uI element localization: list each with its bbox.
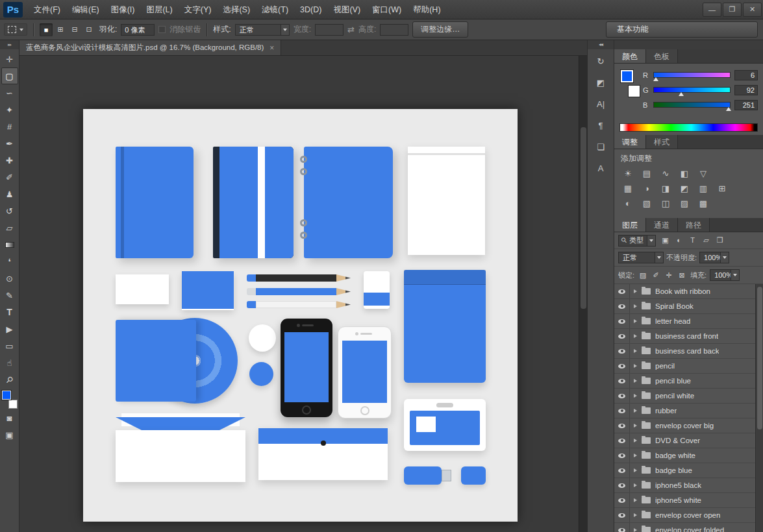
layer-row[interactable]: envelop cover folded bbox=[614, 523, 763, 532]
close-button[interactable]: ✕ bbox=[743, 3, 762, 17]
paragraph-panel-icon[interactable]: ¶ bbox=[592, 117, 610, 133]
lock-all-icon[interactable]: ⊠ bbox=[677, 270, 687, 280]
slider-track[interactable] bbox=[653, 87, 731, 93]
visibility-toggle[interactable] bbox=[614, 418, 630, 433]
feather-input[interactable]: 0 像素 bbox=[121, 24, 155, 36]
screen-mode-button[interactable]: ▣ bbox=[1, 426, 18, 443]
panel-tab[interactable]: 色板 bbox=[646, 49, 678, 63]
canvas-document[interactable] bbox=[83, 109, 518, 522]
eraser-tool[interactable]: ▱ bbox=[1, 219, 18, 236]
healing-brush-tool[interactable]: ✚ bbox=[1, 152, 18, 169]
blur-tool[interactable]: ❛ bbox=[1, 253, 18, 270]
expand-arrow-icon[interactable] bbox=[630, 528, 640, 532]
expand-arrow-icon[interactable] bbox=[630, 513, 640, 517]
foreground-color-swatch[interactable] bbox=[621, 70, 633, 82]
slider-track[interactable] bbox=[653, 102, 731, 108]
layer-row[interactable]: Spiral Book bbox=[614, 299, 763, 314]
expand-arrow-icon[interactable] bbox=[630, 409, 640, 413]
menu-item[interactable]: 滤镜(T) bbox=[256, 0, 294, 19]
slider-thumb[interactable] bbox=[726, 107, 731, 111]
panel-tab[interactable]: 调整 bbox=[614, 135, 646, 149]
pixel-filter-icon[interactable]: ▣ bbox=[660, 235, 671, 246]
visibility-toggle[interactable] bbox=[614, 374, 630, 388]
posterize-icon[interactable]: ▧ bbox=[641, 199, 653, 209]
quick-mask-button[interactable]: ◙ bbox=[1, 409, 18, 426]
expand-arrow-icon[interactable] bbox=[630, 439, 640, 442]
channel-value-input[interactable]: 251 bbox=[734, 100, 758, 110]
width-input[interactable] bbox=[315, 24, 344, 36]
lasso-tool[interactable]: ∽ bbox=[1, 84, 18, 101]
vibrance-icon[interactable]: ▽ bbox=[697, 169, 709, 179]
layer-row[interactable]: letter head bbox=[614, 314, 763, 329]
slider-thumb[interactable] bbox=[653, 77, 658, 81]
layer-row[interactable]: pencil white bbox=[614, 389, 763, 404]
menu-item[interactable]: 文件(F) bbox=[28, 0, 66, 19]
layer-row[interactable]: iphone5 white bbox=[614, 493, 763, 508]
expand-arrow-icon[interactable] bbox=[630, 379, 640, 383]
crop-tool[interactable]: # bbox=[1, 118, 18, 135]
expand-panels-icon[interactable]: ◂◂ bbox=[588, 40, 614, 49]
panel-tab[interactable]: 样式 bbox=[646, 135, 678, 149]
blend-mode-select[interactable]: 正常 bbox=[618, 252, 664, 263]
refine-edge-button[interactable]: 调整边缘… bbox=[412, 21, 468, 38]
expand-arrow-icon[interactable] bbox=[630, 394, 640, 398]
minimize-button[interactable]: — bbox=[703, 3, 721, 17]
visibility-toggle[interactable] bbox=[614, 344, 630, 358]
slider-thumb[interactable] bbox=[679, 92, 684, 96]
expand-arrow-icon[interactable] bbox=[630, 289, 640, 293]
zoom-tool[interactable]: ⚲ bbox=[1, 371, 18, 388]
tool-preset-dropdown[interactable] bbox=[4, 23, 27, 36]
visibility-toggle[interactable] bbox=[614, 299, 630, 313]
layer-row[interactable]: envelop cover open bbox=[614, 508, 763, 523]
photo-filter-icon[interactable]: ◩ bbox=[679, 184, 690, 194]
tab-close-icon[interactable]: × bbox=[269, 43, 274, 53]
adjustment-filter-icon[interactable]: ◐ bbox=[673, 235, 684, 246]
swap-dimensions-icon[interactable]: ⇄ bbox=[347, 25, 355, 34]
expand-arrow-icon[interactable] bbox=[630, 468, 640, 472]
style-select[interactable]: 正常 bbox=[235, 24, 290, 36]
layer-row[interactable]: pencil blue bbox=[614, 374, 763, 389]
dodge-tool[interactable]: ⊙ bbox=[1, 270, 18, 287]
layer-row[interactable]: iphone5 black bbox=[614, 478, 763, 493]
background-color-swatch[interactable] bbox=[8, 400, 18, 409]
smart-object-filter-icon[interactable]: ❒ bbox=[714, 235, 725, 246]
gradient-map-icon[interactable]: ▨ bbox=[679, 199, 690, 209]
brightness-contrast-icon[interactable]: ☀ bbox=[622, 169, 634, 179]
layer-row[interactable]: business card back bbox=[614, 344, 763, 359]
foreground-color-swatch[interactable] bbox=[2, 391, 11, 400]
visibility-toggle[interactable] bbox=[614, 493, 630, 507]
visibility-toggle[interactable] bbox=[614, 478, 630, 492]
expand-arrow-icon[interactable] bbox=[630, 319, 640, 323]
invert-icon[interactable]: ◐ bbox=[622, 199, 634, 209]
intersect-selection-icon[interactable]: ⊡ bbox=[82, 23, 95, 36]
history-brush-tool[interactable]: ↺ bbox=[1, 202, 18, 219]
canvas-viewport[interactable] bbox=[19, 56, 587, 532]
clone-stamp-tool[interactable]: ♟ bbox=[1, 186, 18, 202]
visibility-toggle[interactable] bbox=[614, 329, 630, 343]
layer-filter-type-select[interactable]: ⚲ 类型 bbox=[618, 235, 656, 247]
background-color-swatch[interactable] bbox=[628, 85, 640, 97]
expand-arrow-icon[interactable] bbox=[630, 364, 640, 368]
channel-mixer-icon[interactable]: ▥ bbox=[697, 184, 709, 194]
character-panel-icon[interactable]: A| bbox=[592, 96, 610, 112]
add-to-selection-icon[interactable]: ⊞ bbox=[54, 23, 67, 36]
panel-tab[interactable]: 通道 bbox=[646, 218, 678, 232]
scrollbar-thumb[interactable] bbox=[581, 127, 586, 309]
menu-item[interactable]: 选择(S) bbox=[217, 0, 256, 19]
menu-item[interactable]: 图像(I) bbox=[105, 0, 141, 19]
visibility-toggle[interactable] bbox=[614, 448, 630, 463]
gradient-tool[interactable] bbox=[1, 236, 18, 253]
document-tab[interactable]: 蓝色商务风企业vi设计模板高清图片.psd @ 16.7% (Backgroun… bbox=[19, 40, 281, 55]
visibility-toggle[interactable] bbox=[614, 523, 630, 532]
move-tool[interactable]: ✛ bbox=[1, 51, 18, 67]
channel-value-input[interactable]: 92 bbox=[734, 85, 758, 95]
path-selection-tool[interactable]: ▶ bbox=[1, 320, 18, 337]
type-filter-icon[interactable]: T bbox=[687, 235, 698, 246]
properties-panel-icon[interactable]: ◩ bbox=[592, 75, 610, 90]
layers-scrollbar[interactable] bbox=[755, 284, 763, 532]
pen-tool[interactable]: ✎ bbox=[1, 287, 18, 304]
lock-transparency-icon[interactable]: ▨ bbox=[638, 270, 648, 280]
curves-icon[interactable]: ∿ bbox=[660, 169, 671, 179]
menu-item[interactable]: 帮助(H) bbox=[407, 0, 446, 19]
visibility-toggle[interactable] bbox=[614, 433, 630, 448]
